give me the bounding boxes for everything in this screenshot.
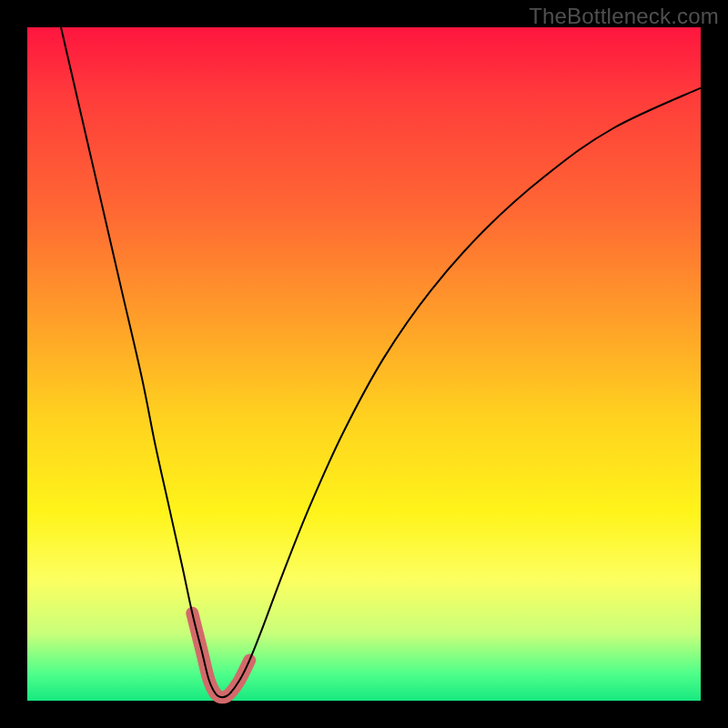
bottleneck-curve-path — [61, 27, 701, 697]
chart-svg — [27, 27, 701, 701]
minimum-highlight-path — [192, 613, 249, 698]
watermark-text: TheBottleneck.com — [529, 4, 719, 29]
plot-area — [27, 27, 701, 701]
chart-frame: TheBottleneck.com — [0, 0, 728, 728]
